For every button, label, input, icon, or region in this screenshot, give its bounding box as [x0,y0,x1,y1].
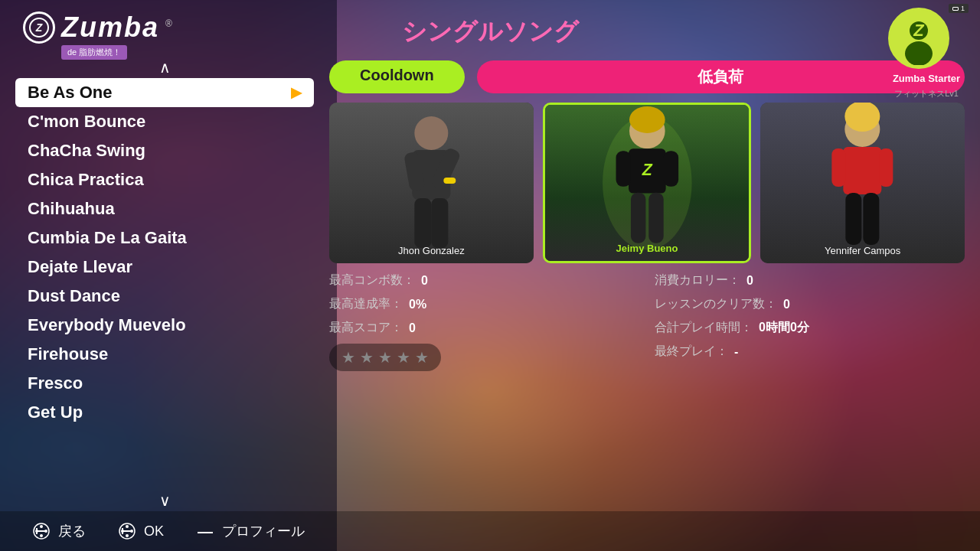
stars-row: ★ ★ ★ ★ ★ [329,344,441,371]
song-item-dejate[interactable]: Dejate Llevar [15,253,314,282]
ok-icon [116,520,138,542]
svg-rect-27 [864,193,880,245]
song-item-everybody[interactable]: Everybody Muevelo [15,311,314,340]
stats-col-left: 最高コンボ数： 0 最高達成率： 0% 最高スコア： 0 ★ ★ ★ [329,272,639,371]
svg-rect-24 [832,148,846,187]
instructor-card-jeimy[interactable]: Z Jeimy Bueno [543,103,752,263]
svg-rect-23 [844,147,882,194]
stat-max-score: 最高スコア： 0 [329,320,639,336]
profile-icon: — [194,520,216,542]
scroll-down-arrow[interactable]: ∨ [15,490,314,511]
stat-max-rate: 最高達成率： 0% [329,296,639,312]
stat-clear-value: 0 [783,298,790,311]
svg-rect-26 [846,193,862,245]
song-item-cumbia[interactable]: Cumbia De La Gaita [15,223,314,253]
instructor-card-yennifer[interactable]: Yennifer Campos [760,103,965,263]
star-4: ★ [397,348,410,367]
song-item-be-as-one[interactable]: Be As One [15,78,314,107]
song-list: Be As One C'mon Bounce ChaCha Swing Chic… [15,78,314,490]
stat-clear: レッスンのクリア数： 0 [655,296,965,312]
song-item-dust-dance[interactable]: Dust Dance [15,282,314,311]
svg-point-14 [629,106,665,133]
svg-point-32 [44,530,47,533]
ok-button[interactable]: OK [116,520,164,542]
stat-last-play-value: - [734,345,738,359]
stat-last-play-label: 最終プレイ： [655,344,728,360]
song-item-fresco[interactable]: Fresco [15,369,314,398]
back-button[interactable]: 戻る [31,520,86,542]
svg-rect-10 [431,198,448,248]
stats-row: 最高コンボ数： 0 最高達成率： 0% 最高スコア： 0 ★ ★ ★ [329,272,965,371]
svg-text:Z: Z [641,161,652,179]
svg-text:Z: Z [35,21,43,34]
svg-rect-11 [443,178,456,184]
svg-rect-25 [880,148,893,187]
song-item-cmon-bounce[interactable]: C'mon Bounce [15,107,314,136]
instructor-name-jeimy: Jeimy Bueno [545,240,750,256]
song-item-chica-practica[interactable]: Chica Practica [15,165,314,194]
svg-rect-9 [414,198,431,248]
svg-rect-19 [631,193,645,243]
svg-rect-18 [663,151,678,187]
profile-label: プロフィール [222,522,305,540]
tags-row: Cooldown 低負荷 [329,60,965,93]
profile-level: フィットネスLv1 [894,88,959,99]
stat-last-play: 最終プレイ： - [655,344,965,360]
star-1: ★ [341,348,355,367]
svg-point-3 [905,41,933,65]
svg-point-40 [126,525,129,528]
stat-max-combo: 最高コンボ数： 0 [329,272,639,289]
song-item-chacha-swing[interactable]: ChaCha Swing [15,136,314,165]
svg-point-39 [130,530,133,533]
stat-max-combo-value: 0 [421,274,428,288]
stat-calories-value: 0 [746,274,753,288]
song-item-get-up[interactable]: Get Up [15,398,314,427]
star-3: ★ [378,348,392,367]
svg-point-38 [121,530,124,533]
star-2: ★ [360,348,374,367]
svg-rect-20 [648,193,663,243]
bottom-bar: 戻る OK — プロフィール [0,511,980,551]
scroll-up-arrow[interactable]: ∧ [15,57,314,78]
song-item-firehouse[interactable]: Firehouse [15,340,314,369]
stat-clear-label: レッスンのクリア数： [655,296,777,312]
stat-max-score-value: 0 [409,321,416,335]
stat-max-score-label: 最高スコア： [329,320,403,336]
logo: Z Zumba ® de 脂肪燃焼！ [23,11,172,60]
svg-rect-17 [616,151,630,187]
stat-max-rate-value: 0% [409,298,426,311]
tag-cooldown: Cooldown [329,60,465,93]
logo-circle: Z [23,11,55,44]
profile-name: Zumba Starter [893,73,960,84]
star-5: ★ [415,348,429,367]
stat-calories-label: 消費カロリー： [655,272,740,289]
svg-point-33 [40,525,43,528]
svg-point-34 [40,534,43,537]
logo-subtitle: de 脂肪燃焼！ [61,45,127,60]
profile-avatar: Z [888,8,949,69]
stat-max-combo-label: 最高コンボ数： [329,272,415,289]
header: Z Zumba ® de 脂肪燃焼！ シングルソング 1 Z [0,0,980,57]
svg-text:Z: Z [913,21,925,40]
stat-playtime-label: 合計プレイ時間： [655,320,753,336]
instructor-name-jhon: Jhon Gonzalez [329,243,534,259]
stats-col-right: 消費カロリー： 0 レッスンのクリア数： 0 合計プレイ時間： 0時間0分 最終… [655,272,965,371]
ok-label: OK [144,523,164,540]
back-label: 戻る [58,522,86,540]
stat-playtime-value: 0時間0分 [759,320,809,336]
right-panel: Cooldown 低負荷 [329,57,965,511]
svg-point-31 [35,530,38,533]
back-icon [31,520,52,542]
stat-calories: 消費カロリー： 0 [655,272,965,289]
profile-area: 1 Z Zumba Starter フィットネスLv1 [888,8,965,99]
stat-playtime: 合計プレイ時間： 0時間0分 [655,320,965,336]
logo-text: Zumba [61,11,159,44]
stat-max-rate-label: 最高達成率： [329,296,403,312]
song-item-chihuahua[interactable]: Chihuahua [15,194,314,223]
page-title: シングルソング [402,15,579,49]
song-list-panel: ∧ Be As One C'mon Bounce ChaCha Swing Ch… [15,57,314,511]
instructor-name-yennifer: Yennifer Campos [760,243,965,259]
main-content: ∧ Be As One C'mon Bounce ChaCha Swing Ch… [0,57,980,511]
profile-button[interactable]: — プロフィール [194,520,305,542]
instructor-card-jhon[interactable]: Jhon Gonzalez [329,103,534,263]
